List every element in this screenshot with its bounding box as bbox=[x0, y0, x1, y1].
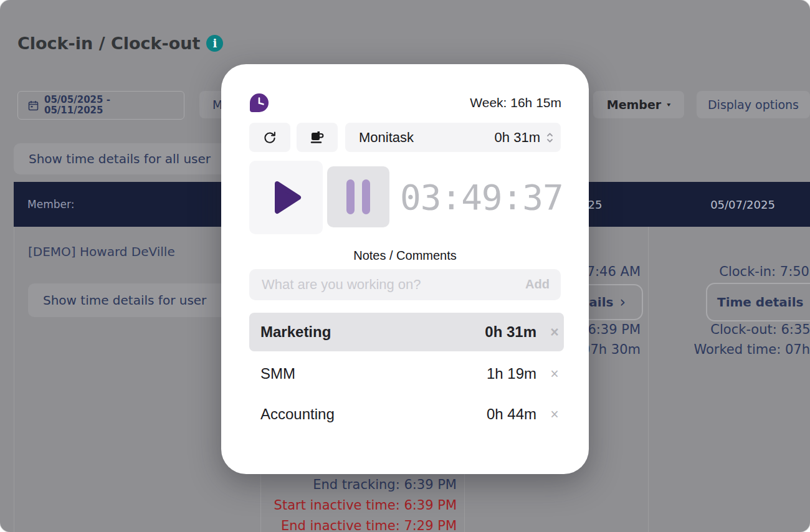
project-row-smm[interactable]: SMM 1h 19m × bbox=[249, 358, 564, 389]
add-note-button[interactable]: Add bbox=[525, 277, 550, 292]
caret-down-icon: ▾ bbox=[667, 101, 670, 108]
expand-chevrons-icon bbox=[540, 130, 561, 145]
clock-in-line: Clock-in: 7:50 A bbox=[672, 264, 810, 279]
project-name: Marketing bbox=[249, 323, 485, 341]
page-title-text: Clock-in / Clock-out bbox=[17, 34, 200, 53]
project-row-accounting[interactable]: Accounting 0h 44m × bbox=[249, 399, 564, 430]
monitask-clock-logo-icon bbox=[250, 93, 269, 112]
table-border bbox=[14, 227, 14, 532]
project-time: 0h 44m bbox=[487, 406, 536, 423]
note-input[interactable] bbox=[249, 269, 561, 300]
timer-display: 03:49:37 bbox=[400, 163, 562, 231]
task-selector-name: Monitask bbox=[345, 130, 495, 146]
timer-widget: Week: 16h 15m Monitask 0h 31m bbox=[221, 64, 589, 474]
project-time: 1h 19m bbox=[487, 365, 536, 382]
page-title: Clock-in / Clock-out i bbox=[17, 34, 223, 53]
time-details-label: Time details bbox=[717, 295, 803, 310]
project-name: Accounting bbox=[249, 406, 487, 423]
info-icon[interactable]: i bbox=[206, 35, 223, 52]
member-name: [DEMO] Howard DeVille bbox=[28, 244, 175, 259]
chevron-right-icon: › bbox=[619, 296, 626, 308]
member-dropdown[interactable]: Member ▾ bbox=[593, 91, 684, 118]
show-all-users-label: Show time details for all user bbox=[29, 151, 211, 166]
close-icon[interactable]: × bbox=[545, 366, 564, 382]
worked-time-line: Worked time: 07h 1 bbox=[672, 342, 810, 357]
display-options-button[interactable]: Display options bbox=[697, 91, 810, 118]
pause-button[interactable] bbox=[327, 166, 389, 227]
project-time: 0h 31m bbox=[485, 323, 536, 341]
table-border bbox=[648, 227, 649, 532]
member-dropdown-label: Member bbox=[607, 98, 661, 112]
refresh-button[interactable] bbox=[249, 123, 290, 152]
task-selector-time: 0h 31m bbox=[495, 130, 540, 146]
pause-icon bbox=[345, 179, 372, 215]
project-row-marketing[interactable]: Marketing 0h 31m × bbox=[249, 313, 564, 351]
clock-out-line: Clock-out: 6:35 P bbox=[672, 322, 810, 337]
close-icon[interactable]: × bbox=[545, 324, 564, 341]
end-tracking-line: End tracking: 6:39 PM bbox=[260, 477, 457, 492]
show-user-details-label: Show time details for user bbox=[43, 293, 206, 308]
notes-heading: Notes / Comments bbox=[221, 249, 589, 263]
play-icon bbox=[266, 178, 306, 217]
refresh-icon bbox=[262, 130, 277, 145]
date-range-picker[interactable]: 05/05/2025 - 05/11/2025 bbox=[17, 91, 184, 120]
app-window: Clock-in / Clock-out i 05/05/2025 - 05/1… bbox=[0, 0, 810, 532]
note-field-wrap: Add bbox=[249, 269, 561, 300]
column-header-day3: 05/07/2025 bbox=[662, 182, 810, 227]
break-button[interactable] bbox=[297, 123, 338, 152]
task-selector[interactable]: Monitask 0h 31m bbox=[345, 123, 561, 152]
start-inactive-line: Start inactive time: 6:39 PM bbox=[260, 498, 457, 513]
end-inactive-line: End inactive time: 7:29 PM bbox=[260, 518, 457, 532]
time-details-button[interactable]: Time details bbox=[706, 283, 810, 321]
close-icon[interactable]: × bbox=[545, 406, 564, 423]
date-range-label: 05/05/2025 - 05/11/2025 bbox=[44, 95, 110, 116]
calendar-icon bbox=[28, 100, 39, 111]
week-total: Week: 16h 15m bbox=[470, 95, 561, 110]
show-user-details-button[interactable]: Show time details for user bbox=[28, 283, 249, 317]
coffee-cup-icon bbox=[309, 130, 325, 145]
play-button[interactable] bbox=[249, 161, 323, 234]
display-options-label: Display options bbox=[708, 98, 799, 112]
project-name: SMM bbox=[249, 365, 487, 382]
